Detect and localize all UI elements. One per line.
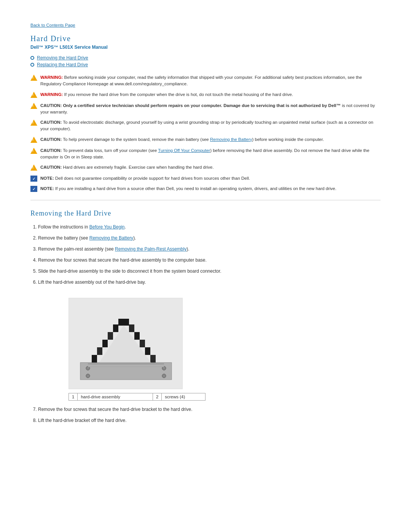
svg-rect-11 — [118, 319, 129, 326]
toc-links: Removing the Hard Drive Replacing the Ha… — [30, 55, 381, 67]
caption-row-1: 1 hard-drive assembly 2 screws (4) — [69, 393, 206, 400]
note-icon-2 — [30, 186, 37, 192]
step-3: Remove the palm-rest assembly (see Remov… — [38, 246, 381, 253]
svg-rect-14 — [140, 340, 145, 347]
toc-link-removing[interactable]: Removing the Hard Drive — [37, 55, 88, 61]
removing-palmrest-link[interactable]: Removing the Palm-Rest Assembly — [115, 246, 186, 252]
caution-3: CAUTION: To help prevent damage to the s… — [30, 136, 381, 144]
svg-rect-8 — [102, 340, 108, 347]
caption-label-2: screws (4) — [162, 393, 206, 400]
warning-icon-2 — [30, 92, 37, 99]
caution-label-5: CAUTION: — [40, 165, 62, 169]
caution-icon-1 — [30, 103, 37, 110]
warning-2: WARNING: If you remove the hard drive fr… — [30, 91, 381, 99]
svg-rect-15 — [145, 347, 150, 355]
warning-label: WARNING: — [40, 75, 63, 80]
caution-label-1: CAUTION: — [40, 103, 62, 108]
bullet-icon — [30, 56, 34, 60]
caution-icon-2 — [30, 120, 37, 126]
note-icon-1 — [30, 176, 37, 182]
step-2: Remove the battery (see Removing the Bat… — [38, 235, 381, 242]
svg-rect-13 — [134, 332, 140, 340]
caution-label-3: CAUTION: — [40, 137, 62, 142]
removing-section-title: Removing the Hard Drive — [30, 209, 381, 217]
hard-drive-image — [68, 298, 183, 389]
note-1: NOTE: Dell does not guarantee compatibil… — [30, 175, 381, 182]
hard-drive-diagram — [69, 298, 182, 389]
section-divider — [30, 200, 381, 200]
svg-rect-12 — [129, 324, 134, 332]
svg-rect-6 — [92, 355, 97, 363]
removing-battery-link-2[interactable]: Removing the Battery — [89, 235, 133, 241]
removing-steps-after: Remove the four screws that secure the h… — [38, 406, 381, 424]
toc-item-removing: Removing the Hard Drive — [30, 55, 381, 61]
turning-off-link[interactable]: Turning Off Your Computer — [158, 148, 210, 153]
alerts-section: WARNING: Before working inside your comp… — [30, 74, 381, 192]
page-title: Hard Drive — [30, 34, 381, 43]
hard-drive-image-container — [68, 298, 183, 389]
caution-1: CAUTION: Only a certified service techni… — [30, 102, 381, 116]
removing-battery-link-1[interactable]: Removing the Battery — [210, 137, 252, 142]
step-8: Lift the hard-drive bracket off the hard… — [38, 417, 381, 424]
caution-2: CAUTION: To avoid electrostatic discharg… — [30, 119, 381, 133]
svg-point-4 — [86, 374, 90, 378]
step-4: Remove the four screws that secure the h… — [38, 257, 381, 264]
svg-point-5 — [162, 374, 166, 378]
image-caption-table: 1 hard-drive assembly 2 screws (4) — [68, 393, 206, 401]
svg-rect-10 — [113, 324, 118, 332]
caution-icon-4 — [30, 148, 37, 155]
removing-steps-list: Follow the instructions in Before You Be… — [38, 224, 381, 286]
warning-label-2: WARNING: — [40, 92, 63, 97]
svg-rect-1 — [80, 363, 172, 380]
svg-rect-18 — [88, 363, 164, 364]
svg-rect-19 — [88, 366, 164, 367]
note-2: NOTE: If you are installing a hard drive… — [30, 185, 381, 192]
svg-rect-9 — [108, 332, 113, 340]
caution-icon-3 — [30, 137, 37, 144]
warning-icon — [30, 75, 37, 81]
step-6: Lift the hard-drive assembly out of the … — [38, 279, 381, 286]
note-label-2: NOTE: — [40, 186, 54, 191]
toc-link-replacing[interactable]: Replacing the Hard Drive — [37, 62, 88, 67]
note-label-1: NOTE: — [40, 176, 54, 181]
caution-5: CAUTION: Hard drives are extremely fragi… — [30, 164, 381, 171]
warning-1: WARNING: Before working inside your comp… — [30, 74, 381, 88]
back-to-contents-link[interactable]: Back to Contents Page — [30, 23, 381, 27]
caution-icon-5 — [30, 165, 37, 171]
step-7: Remove the four screws that secure the h… — [38, 406, 381, 413]
page-subtitle: Dell™ XPS™ L501X Service Manual — [30, 45, 381, 50]
caution-label-2: CAUTION: — [40, 120, 62, 125]
step-5: Slide the hard-drive assembly to the sid… — [38, 268, 381, 275]
caution-label-4: CAUTION: — [40, 148, 62, 153]
toc-item-replacing: Replacing the Hard Drive — [30, 62, 381, 67]
caption-num-2: 2 — [153, 393, 161, 400]
svg-rect-16 — [150, 355, 156, 363]
caption-label-1: hard-drive assembly — [78, 393, 153, 400]
bullet-icon — [30, 63, 34, 67]
caption-num-1: 1 — [69, 393, 78, 400]
svg-rect-7 — [97, 347, 102, 355]
step-1: Follow the instructions in Before You Be… — [38, 224, 381, 231]
caution-4: CAUTION: To prevent data loss, turn off … — [30, 147, 381, 161]
before-you-begin-link[interactable]: Before You Begin — [89, 224, 125, 230]
